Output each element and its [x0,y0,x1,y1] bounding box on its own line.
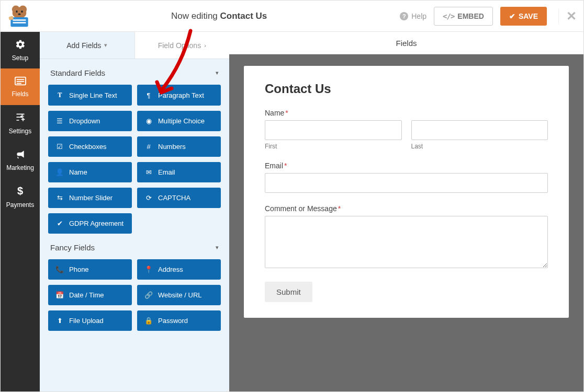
field-label: Email* [265,162,548,170]
field-name[interactable]: Name* First Last [265,109,548,150]
field-chip-label: Numbers [158,143,186,151]
field-chip-label: GDPR Agreement [69,220,123,227]
preview-banner: Fields [229,32,583,54]
tab-label: Field Options [158,41,201,50]
bullhorn-icon [15,149,26,161]
field-chip-label: Number Slider [69,194,113,202]
first-sublabel: First [265,143,402,150]
field-chip-label: Single Line Text [69,91,117,99]
field-chip-label: Email [158,168,175,176]
tab-field-options[interactable]: Field Options › [134,32,230,59]
app-window: Now editing Contact Us ? Help </> EMBED … [0,0,584,392]
panel-tabs: Add Fields ▾ Field Options › [40,32,229,59]
embed-label: EMBED [457,12,484,20]
field-chip-gdpr-agreement[interactable]: ✔GDPR Agreement [48,213,132,234]
comment-textarea[interactable] [265,216,548,268]
dollar-icon: $ [17,185,24,198]
nav-label: Fields [12,90,28,98]
field-chip-label: Address [158,266,183,273]
svg-rect-13 [16,83,21,84]
field-chip-website-url[interactable]: 🔗Website / URL [137,285,221,305]
field-chip-numbers[interactable]: #Numbers [137,136,221,157]
dropdown-icon: ☰ [55,117,64,125]
group-header[interactable]: Standard Fields▾ [48,59,221,85]
field-chip-label: Paragraph Text [158,91,204,99]
radio-icon: ◉ [144,117,153,125]
form-icon [15,76,26,87]
field-chip-password[interactable]: 🔒Password [137,310,221,331]
help-label: Help [411,12,426,20]
envelope-icon: ✉ [144,168,153,176]
field-chip-label: Phone [69,266,89,273]
hash-icon: # [144,143,153,151]
field-comment[interactable]: Comment or Message* [265,204,548,270]
sidenav-item-settings[interactable]: Settings [1,105,40,142]
label-text: Comment or Message [265,204,337,213]
field-chip-label: Password [158,317,188,325]
preview-area: Fields Contact Us Name* First [229,32,583,391]
form-name: Contact Us [220,11,267,21]
refresh-icon: ⟳ [144,194,153,202]
tab-add-fields[interactable]: Add Fields ▾ [40,32,134,59]
save-button[interactable]: ✔ SAVE [500,7,547,26]
close-icon: ✕ [566,9,577,24]
sidenav-item-payments[interactable]: $ Payments [1,178,40,215]
submit-button[interactable]: Submit [265,282,312,302]
field-chip-label: Date / Time [69,291,104,299]
check-icon: ✔ [509,12,515,20]
phone-icon: 📞 [55,266,64,273]
form-card: Contact Us Name* First L [244,66,569,318]
field-chip-checkboxes[interactable]: ☑Checkboxes [48,136,132,157]
svg-rect-12 [16,81,24,82]
svg-rect-8 [13,22,26,24]
group-header[interactable]: Fancy Fields▾ [48,234,221,259]
code-icon: </> [443,12,454,20]
field-chip-file-upload[interactable]: ⬆File Upload [48,310,132,331]
first-name-input[interactable] [265,120,402,140]
checkbox-icon: ☑ [55,143,64,151]
link-icon: 🔗 [144,291,153,299]
field-label: Name* [265,109,548,117]
svg-rect-11 [16,79,24,80]
field-chip-label: Name [69,168,87,176]
field-chip-name[interactable]: 👤Name [48,162,132,182]
required-asterisk: * [285,109,288,117]
field-chip-captcha[interactable]: ⟳CAPTCHA [137,188,221,208]
field-chip-multiple-choice[interactable]: ◉Multiple Choice [137,111,221,131]
field-chip-phone[interactable]: 📞Phone [48,259,132,280]
svg-point-3 [16,10,17,13]
top-bar-actions: ? Help </> EMBED ✔ SAVE ✕ [400,7,576,26]
embed-button[interactable]: </> EMBED [434,7,493,26]
fields-panel: Add Fields ▾ Field Options › Standard Fi… [40,32,229,391]
side-nav: Setup Fields Settings Marketing [1,32,40,391]
gear-icon [15,39,26,51]
field-chip-email[interactable]: ✉Email [137,162,221,182]
required-asterisk: * [338,204,341,213]
field-chip-label: Dropdown [69,117,100,125]
chevron-down-icon: ▾ [104,42,107,49]
sidenav-item-fields[interactable]: Fields [1,68,40,105]
help-icon: ? [400,12,408,20]
nav-label: Setup [12,54,28,62]
field-chip-dropdown[interactable]: ☰Dropdown [48,111,132,131]
chevron-down-icon: ▾ [216,70,219,76]
upload-icon: ⬆ [55,317,64,325]
field-email[interactable]: Email* [265,162,548,193]
field-chip-number-slider[interactable]: ⇆Number Slider [48,188,132,208]
group-title: Fancy Fields [50,243,95,252]
panel-body[interactable]: Standard Fields▾𝐓Single Line Text¶Paragr… [40,59,229,341]
email-input[interactable] [265,173,548,193]
last-name-input[interactable] [411,120,548,140]
top-bar: Now editing Contact Us ? Help </> EMBED … [1,1,583,32]
canvas[interactable]: Contact Us Name* First L [229,54,583,391]
field-chip-date-time[interactable]: 📅Date / Time [48,285,132,305]
field-chip-address[interactable]: 📍Address [137,259,221,280]
sidenav-item-setup[interactable]: Setup [1,32,40,68]
help-link[interactable]: ? Help [400,12,426,20]
field-chip-paragraph-text[interactable]: ¶Paragraph Text [137,85,221,106]
sidenav-item-marketing[interactable]: Marketing [1,142,40,178]
chevron-right-icon: › [204,42,206,49]
field-chip-single-line-text[interactable]: 𝐓Single Line Text [48,85,132,106]
close-button[interactable]: ✕ [558,9,576,24]
field-grid: 𝐓Single Line Text¶Paragraph Text☰Dropdow… [48,85,221,234]
